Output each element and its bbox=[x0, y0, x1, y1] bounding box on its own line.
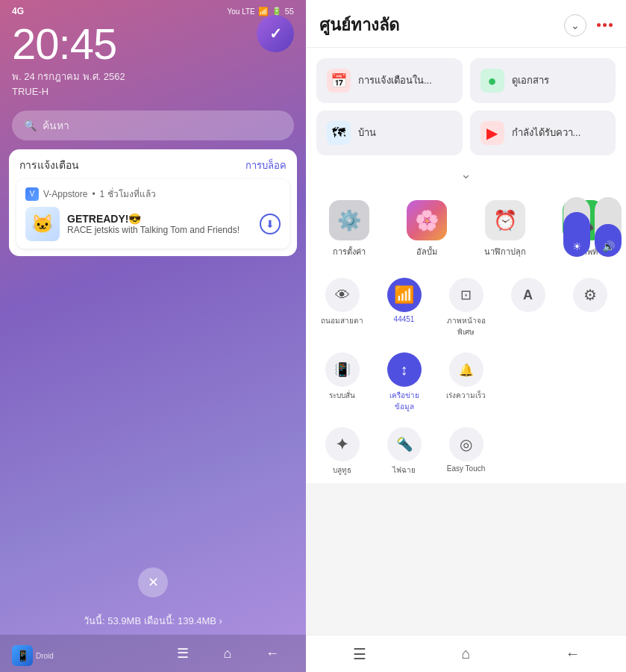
left-nav-home-icon[interactable]: ⌂ bbox=[216, 642, 239, 665]
toggle-wifi[interactable]: 📶 44451 bbox=[374, 273, 434, 342]
chevron-down-icon: ⌄ bbox=[571, 19, 580, 31]
right-panel-title: ศูนย์ทางลัด bbox=[319, 12, 399, 38]
you-lte-label: You LTE bbox=[227, 7, 254, 16]
shortcut-card-youtube[interactable]: ▶ กำลังได้รับควา... bbox=[470, 111, 616, 155]
toggle-network-label: เครือข่ายข้อมูล bbox=[389, 390, 419, 412]
toggle-easy-touch[interactable]: ◎ Easy Touch bbox=[436, 423, 496, 480]
toggle-font[interactable]: A bbox=[498, 273, 558, 342]
brightness-icon: ☀ bbox=[572, 240, 582, 252]
shortcut-grid: 📅 การแจ้งเตือนใน... ● ดูเอกสาร 🗺 บ้าน bbox=[306, 48, 626, 161]
album-glyph: 🌸 bbox=[415, 209, 439, 232]
wifi-status-icon: 📶 bbox=[258, 7, 269, 16]
shortcut-card-docs[interactable]: ● ดูเอกสาร bbox=[470, 58, 616, 103]
expand-chevron[interactable]: ⌄ bbox=[306, 161, 626, 187]
toggle-vibrate[interactable]: 📳 ระบบสั่น bbox=[312, 348, 372, 417]
bottom-spacer bbox=[306, 483, 626, 573]
maps-icon: 🗺 bbox=[332, 125, 345, 141]
app-icon-album: 🌸 bbox=[407, 200, 447, 240]
dot-3 bbox=[609, 23, 613, 27]
toggles-row-1: 👁 ถนอมสายตา 📶 44451 ⊡ ภาพหน้าจอพิเศษ A ⚙ bbox=[306, 267, 626, 345]
left-panel: 4G You LTE 📶 🔋 55 ✓ 20:45 พ. 24 กรกฎาคม … bbox=[0, 0, 306, 672]
notification-card-header: V V-Appstore • 1 ชั่วโมงที่แล้ว bbox=[25, 187, 281, 201]
toggle-brightness[interactable] bbox=[498, 348, 558, 417]
app-item-settings[interactable]: ⚙️ การตั้งค่า bbox=[312, 194, 386, 263]
notification-subtitle: RACE jetskis with Talking Tom and Friend… bbox=[67, 225, 252, 235]
brand-logo: 📱 Droid bbox=[12, 645, 54, 666]
calendar-icon: 📅 bbox=[331, 72, 347, 89]
toggle-accelerate-label: เร่งความเร็ว bbox=[446, 390, 486, 401]
toggle-volume[interactable] bbox=[560, 348, 620, 417]
notification-section: การแจ้งเตือน การบล็อค V V-Appstore • 1 ช… bbox=[9, 149, 297, 256]
search-icon: 🔍 bbox=[24, 119, 37, 131]
download-button[interactable]: ⬇ bbox=[260, 214, 281, 234]
volume-slider[interactable]: 🔊 bbox=[595, 197, 622, 257]
right-content: 📅 การแจ้งเตือนใน... ● ดูเอกสาร 🗺 บ้าน bbox=[306, 48, 626, 635]
brightness-slider[interactable]: ☀ bbox=[563, 197, 590, 257]
right-nav-menu-icon[interactable]: ☰ bbox=[346, 641, 373, 668]
vivo-app-icon[interactable]: ✓ bbox=[257, 15, 294, 52]
notification-card-body: 🐱 GETREADY!😎 RACE jetskis with Talking T… bbox=[25, 207, 281, 241]
font-icon: A bbox=[511, 278, 545, 312]
toggle-quick-settings[interactable]: ⚙ bbox=[560, 273, 620, 342]
shortcut-icon-youtube: ▶ bbox=[481, 121, 504, 145]
more-options-button[interactable] bbox=[597, 23, 613, 27]
right-nav-home-icon[interactable]: ⌂ bbox=[453, 641, 480, 668]
notification-thumbnail: 🐱 bbox=[25, 207, 60, 241]
toggle-empty-4 bbox=[498, 423, 558, 480]
app-item-album[interactable]: 🌸 อัลบั้ม bbox=[389, 194, 464, 263]
shortcut-label-1: ดูเอกสาร bbox=[512, 75, 549, 87]
app-name: V-Appstore bbox=[43, 189, 87, 199]
toggle-wifi-label: 44451 bbox=[394, 315, 415, 323]
network-icon: ↕ bbox=[387, 352, 422, 387]
youtube-icon: ▶ bbox=[486, 124, 498, 142]
close-notification-button[interactable]: ✕ bbox=[138, 567, 168, 597]
app-label-settings: การตั้งค่า bbox=[333, 245, 366, 258]
app-label-album: อัลบั้ม bbox=[416, 245, 437, 258]
toggle-screenshot[interactable]: ⊡ ภาพหน้าจอพิเศษ bbox=[436, 273, 496, 342]
dot-1 bbox=[597, 23, 601, 27]
right-nav-bar: ☰ ⌂ ← bbox=[306, 635, 626, 672]
chevron-icon: ⌄ bbox=[460, 167, 472, 181]
vibrate-icon: 📳 bbox=[325, 352, 360, 387]
app-item-clock[interactable]: ⏰ นาฬิกาปลุก bbox=[468, 194, 542, 263]
signal-icon: 4G bbox=[12, 6, 24, 16]
toggles-row-3: ✦ บลูทูธ 🔦 ไฟฉาย ◎ Easy Touch bbox=[306, 420, 626, 483]
shortcut-label-3: กำลังได้รับควา... bbox=[512, 127, 581, 140]
app-icon-clock: ⏰ bbox=[485, 200, 525, 240]
left-nav-back-icon[interactable]: ← bbox=[261, 642, 284, 665]
shortcut-card-notification[interactable]: 📅 การแจ้งเตือนใน... bbox=[316, 58, 463, 103]
clock-glyph: ⏰ bbox=[493, 209, 517, 232]
toggle-empty-5 bbox=[560, 423, 620, 480]
toggle-flashlight[interactable]: 🔦 ไฟฉาย bbox=[374, 423, 434, 480]
search-bar[interactable]: 🔍 ค้นหา bbox=[12, 111, 294, 140]
time-ago: • bbox=[92, 189, 95, 199]
accelerate-icon: 🔔 bbox=[449, 352, 483, 387]
toggle-accelerate[interactable]: 🔔 เร่งความเร็ว bbox=[436, 348, 496, 417]
eye-icon: 👁 bbox=[325, 278, 360, 312]
toggle-network-data[interactable]: ↕ เครือข่ายข้อมูล bbox=[374, 348, 434, 417]
easy-touch-icon: ◎ bbox=[449, 427, 483, 461]
left-nav-menu-icon[interactable]: ☰ bbox=[172, 642, 194, 665]
right-nav-back-icon[interactable]: ← bbox=[560, 641, 586, 668]
sliders-container: ☀ 🔊 bbox=[563, 197, 622, 257]
toggle-vibrate-label: ระบบสั่น bbox=[329, 390, 355, 401]
dot-2 bbox=[603, 23, 607, 27]
collapse-icon-button[interactable]: ⌄ bbox=[564, 14, 586, 37]
toggle-easy-touch-label: Easy Touch bbox=[447, 464, 486, 473]
toggle-eye-mode[interactable]: 👁 ถนอมสายตา bbox=[312, 273, 372, 342]
shortcut-icon-home: 🗺 bbox=[327, 121, 351, 145]
docs-icon: ● bbox=[487, 72, 496, 90]
notification-title-text: GETREADY!😎 bbox=[67, 213, 252, 225]
carrier-name: TRUE-H bbox=[0, 86, 306, 105]
shortcut-card-home[interactable]: 🗺 บ้าน bbox=[316, 111, 463, 155]
notification-card[interactable]: V V-Appstore • 1 ชั่วโมงที่แล้ว 🐱 GETREA… bbox=[16, 179, 289, 249]
app-icon-settings: ⚙️ bbox=[329, 200, 369, 240]
toggle-flashlight-label: ไฟฉาย bbox=[392, 464, 416, 476]
vivo-icon-glyph: ✓ bbox=[269, 25, 282, 43]
right-panel: ศูนย์ทางลัด ⌄ 📅 การแจ้งเตือนใน... bbox=[306, 0, 626, 672]
block-button[interactable]: การบล็อค bbox=[245, 158, 287, 173]
header-actions: ⌄ bbox=[564, 14, 613, 37]
notification-header: การแจ้งเตือน การบล็อค bbox=[9, 149, 297, 179]
thumb-emoji: 🐱 bbox=[31, 214, 54, 234]
toggle-bluetooth[interactable]: ✦ บลูทูธ bbox=[312, 423, 372, 480]
